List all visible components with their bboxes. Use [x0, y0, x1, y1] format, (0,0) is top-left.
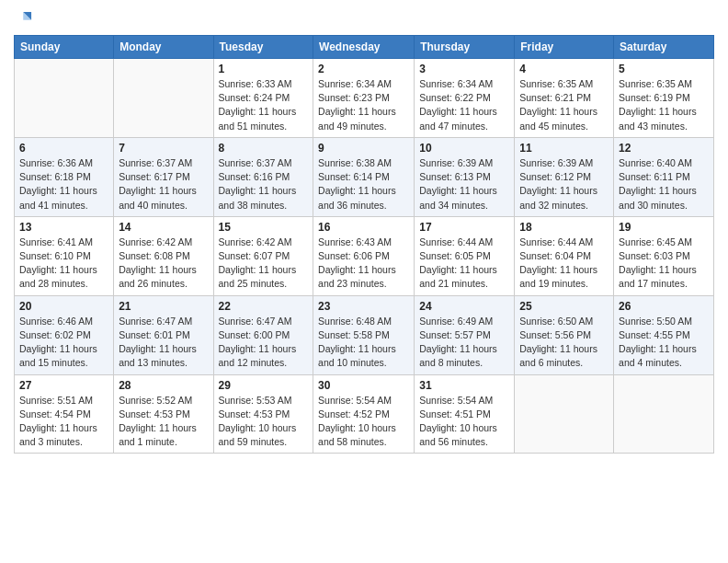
day-number: 24 — [419, 300, 509, 313]
calendar-cell: 28Sunrise: 5:52 AMSunset: 4:53 PMDayligh… — [114, 374, 213, 454]
day-info: Sunrise: 6:47 AMSunset: 6:00 PMDaylight:… — [219, 315, 309, 371]
day-info: Sunrise: 6:48 AMSunset: 5:58 PMDaylight:… — [318, 315, 409, 371]
day-info: Sunrise: 6:39 AMSunset: 6:13 PMDaylight:… — [419, 156, 509, 213]
calendar-cell: 23Sunrise: 6:48 AMSunset: 5:58 PMDayligh… — [313, 295, 415, 374]
calendar-cell: 14Sunrise: 6:42 AMSunset: 6:08 PMDayligh… — [114, 216, 213, 295]
day-number: 7 — [119, 142, 208, 155]
day-number: 14 — [119, 221, 208, 234]
calendar-cell: 11Sunrise: 6:39 AMSunset: 6:12 PMDayligh… — [515, 137, 614, 216]
day-number: 13 — [19, 221, 108, 234]
calendar-cell: 24Sunrise: 6:49 AMSunset: 5:57 PMDayligh… — [415, 295, 515, 374]
day-number: 19 — [619, 221, 709, 234]
day-info: Sunrise: 6:34 AMSunset: 6:23 PMDaylight:… — [318, 77, 409, 133]
calendar-cell: 26Sunrise: 5:50 AMSunset: 4:55 PMDayligh… — [614, 295, 714, 374]
calendar-cell: 3Sunrise: 6:34 AMSunset: 6:22 PMDaylight… — [415, 59, 515, 138]
day-info: Sunrise: 6:36 AMSunset: 6:18 PMDaylight:… — [19, 156, 108, 213]
calendar-cell: 25Sunrise: 6:50 AMSunset: 5:56 PMDayligh… — [515, 295, 614, 374]
day-info: Sunrise: 5:50 AMSunset: 4:55 PMDaylight:… — [619, 315, 709, 371]
calendar-cell: 16Sunrise: 6:43 AMSunset: 6:06 PMDayligh… — [313, 216, 415, 295]
day-number: 4 — [519, 63, 609, 75]
day-number: 25 — [519, 300, 609, 313]
calendar-cell: 17Sunrise: 6:44 AMSunset: 6:05 PMDayligh… — [415, 216, 515, 295]
day-info: Sunrise: 6:40 AMSunset: 6:11 PMDaylight:… — [619, 156, 709, 213]
calendar-cell — [15, 59, 114, 138]
day-number: 12 — [619, 142, 709, 155]
day-info: Sunrise: 6:35 AMSunset: 6:21 PMDaylight:… — [519, 77, 609, 133]
day-number: 27 — [19, 379, 108, 392]
day-number: 9 — [318, 142, 409, 155]
day-number: 29 — [219, 379, 309, 392]
day-number: 21 — [119, 300, 208, 313]
day-number: 15 — [219, 221, 309, 234]
day-number: 16 — [318, 221, 409, 234]
day-number: 31 — [419, 379, 509, 392]
weekday-header-thursday: Thursday — [415, 36, 515, 59]
day-number: 30 — [318, 379, 409, 392]
day-info: Sunrise: 5:54 AMSunset: 4:52 PMDaylight:… — [318, 394, 409, 450]
day-number: 17 — [419, 221, 509, 234]
day-number: 11 — [519, 142, 609, 155]
logo-icon — [14, 9, 34, 29]
day-number: 10 — [419, 142, 509, 155]
day-number: 26 — [619, 300, 709, 313]
calendar-cell: 31Sunrise: 5:54 AMSunset: 4:51 PMDayligh… — [415, 374, 515, 454]
day-number: 3 — [419, 63, 509, 75]
day-info: Sunrise: 6:49 AMSunset: 5:57 PMDaylight:… — [419, 315, 509, 371]
day-number: 22 — [219, 300, 309, 313]
calendar-cell: 4Sunrise: 6:35 AMSunset: 6:21 PMDaylight… — [515, 59, 614, 138]
day-info: Sunrise: 6:39 AMSunset: 6:12 PMDaylight:… — [519, 156, 609, 213]
calendar-cell: 10Sunrise: 6:39 AMSunset: 6:13 PMDayligh… — [415, 137, 515, 216]
calendar-cell — [114, 59, 213, 138]
calendar-table: SundayMondayTuesdayWednesdayThursdayFrid… — [14, 35, 714, 454]
calendar-cell: 8Sunrise: 6:37 AMSunset: 6:16 PMDaylight… — [213, 137, 313, 216]
calendar-cell: 12Sunrise: 6:40 AMSunset: 6:11 PMDayligh… — [614, 137, 714, 216]
day-info: Sunrise: 6:44 AMSunset: 6:05 PMDaylight:… — [419, 236, 509, 292]
calendar-cell: 30Sunrise: 5:54 AMSunset: 4:52 PMDayligh… — [313, 374, 415, 454]
calendar-cell: 20Sunrise: 6:46 AMSunset: 6:02 PMDayligh… — [15, 295, 114, 374]
weekday-header-sunday: Sunday — [15, 36, 114, 59]
day-info: Sunrise: 6:43 AMSunset: 6:06 PMDaylight:… — [318, 236, 409, 292]
calendar-cell: 13Sunrise: 6:41 AMSunset: 6:10 PMDayligh… — [15, 216, 114, 295]
day-info: Sunrise: 6:35 AMSunset: 6:19 PMDaylight:… — [619, 77, 709, 133]
calendar-cell: 27Sunrise: 5:51 AMSunset: 4:54 PMDayligh… — [15, 374, 114, 454]
calendar-cell: 15Sunrise: 6:42 AMSunset: 6:07 PMDayligh… — [213, 216, 313, 295]
logo — [14, 9, 36, 29]
day-info: Sunrise: 5:54 AMSunset: 4:51 PMDaylight:… — [419, 394, 509, 450]
weekday-header-tuesday: Tuesday — [213, 36, 313, 59]
day-info: Sunrise: 6:33 AMSunset: 6:24 PMDaylight:… — [219, 77, 309, 133]
day-info: Sunrise: 6:37 AMSunset: 6:16 PMDaylight:… — [219, 156, 309, 213]
calendar-cell: 6Sunrise: 6:36 AMSunset: 6:18 PMDaylight… — [15, 137, 114, 216]
day-number: 5 — [619, 63, 709, 75]
day-number: 18 — [519, 221, 609, 234]
calendar-cell: 29Sunrise: 5:53 AMSunset: 4:53 PMDayligh… — [213, 374, 313, 454]
day-info: Sunrise: 6:47 AMSunset: 6:01 PMDaylight:… — [119, 315, 208, 371]
day-info: Sunrise: 5:53 AMSunset: 4:53 PMDaylight:… — [219, 394, 309, 450]
weekday-header-saturday: Saturday — [614, 36, 714, 59]
day-number: 28 — [119, 379, 208, 392]
day-number: 23 — [318, 300, 409, 313]
calendar-cell: 19Sunrise: 6:45 AMSunset: 6:03 PMDayligh… — [614, 216, 714, 295]
calendar-cell: 22Sunrise: 6:47 AMSunset: 6:00 PMDayligh… — [213, 295, 313, 374]
calendar-cell — [614, 374, 714, 454]
day-info: Sunrise: 6:42 AMSunset: 6:08 PMDaylight:… — [119, 236, 208, 292]
calendar-cell — [515, 374, 614, 454]
calendar-cell: 1Sunrise: 6:33 AMSunset: 6:24 PMDaylight… — [213, 59, 313, 138]
day-info: Sunrise: 5:51 AMSunset: 4:54 PMDaylight:… — [19, 394, 108, 450]
day-info: Sunrise: 6:44 AMSunset: 6:04 PMDaylight:… — [519, 236, 609, 292]
day-info: Sunrise: 6:41 AMSunset: 6:10 PMDaylight:… — [19, 236, 108, 292]
day-number: 1 — [219, 63, 309, 75]
calendar-cell: 7Sunrise: 6:37 AMSunset: 6:17 PMDaylight… — [114, 137, 213, 216]
day-info: Sunrise: 6:45 AMSunset: 6:03 PMDaylight:… — [619, 236, 709, 292]
day-info: Sunrise: 6:46 AMSunset: 6:02 PMDaylight:… — [19, 315, 108, 371]
day-info: Sunrise: 6:42 AMSunset: 6:07 PMDaylight:… — [219, 236, 309, 292]
calendar-cell: 2Sunrise: 6:34 AMSunset: 6:23 PMDaylight… — [313, 59, 415, 138]
day-info: Sunrise: 6:37 AMSunset: 6:17 PMDaylight:… — [119, 156, 208, 213]
day-number: 8 — [219, 142, 309, 155]
calendar-cell: 5Sunrise: 6:35 AMSunset: 6:19 PMDaylight… — [614, 59, 714, 138]
day-info: Sunrise: 6:34 AMSunset: 6:22 PMDaylight:… — [419, 77, 509, 133]
weekday-header-monday: Monday — [114, 36, 213, 59]
weekday-header-friday: Friday — [515, 36, 614, 59]
day-number: 20 — [19, 300, 108, 313]
day-info: Sunrise: 5:52 AMSunset: 4:53 PMDaylight:… — [119, 394, 208, 450]
calendar-cell: 21Sunrise: 6:47 AMSunset: 6:01 PMDayligh… — [114, 295, 213, 374]
